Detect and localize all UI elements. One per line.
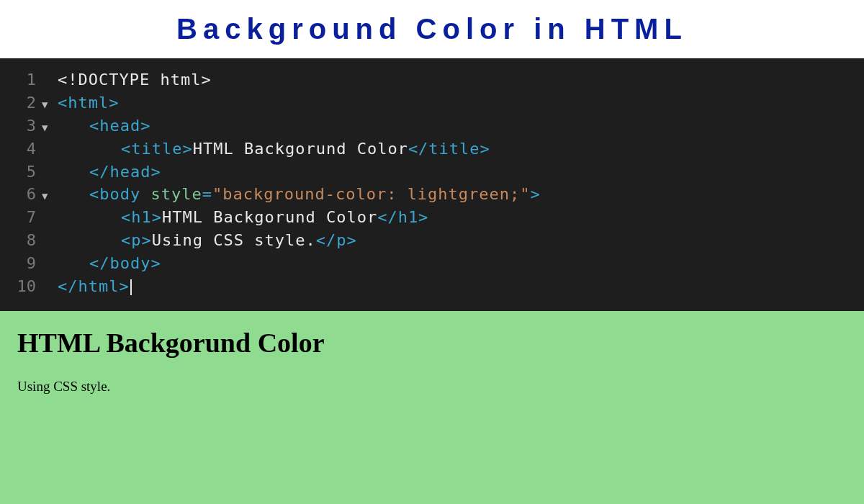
code-line[interactable]: 2▼<html> (0, 91, 864, 114)
code-content: <p>Using CSS style.</p> (58, 229, 357, 252)
code-line[interactable]: 6▼<body style="background-color: lightgr… (0, 183, 864, 206)
text-cursor (130, 279, 132, 295)
line-number: 9 (7, 252, 42, 275)
code-line[interactable]: 3▼<head> (0, 114, 864, 138)
code-line[interactable]: 5</head> (0, 161, 864, 184)
code-line[interactable]: 7<h1>HTML Backgorund Color</h1> (0, 206, 864, 229)
line-number: 1 (7, 68, 42, 91)
line-number: 2 (7, 91, 42, 114)
code-content: <title>HTML Backgorund Color</title> (58, 138, 490, 161)
preview-heading: HTML Backgorund Color (17, 327, 847, 359)
code-content: </head> (58, 161, 161, 184)
page-title: Background Color in HTML (0, 13, 864, 45)
code-content: <!DOCTYPE html> (58, 68, 212, 91)
code-line[interactable]: 1<!DOCTYPE html> (0, 68, 864, 91)
code-content: </body> (58, 252, 161, 275)
line-number: 4 (7, 138, 42, 161)
code-line[interactable]: 4<title>HTML Backgorund Color</title> (0, 138, 864, 161)
code-content: <head> (58, 114, 150, 138)
code-line[interactable]: 10</html> (0, 275, 864, 298)
preview-paragraph: Using CSS style. (17, 379, 847, 395)
code-content: <body style="background-color: lightgree… (58, 183, 541, 206)
fold-icon[interactable]: ▼ (42, 189, 58, 203)
line-number: 6 (7, 183, 42, 206)
preview-pane: HTML Backgorund Color Using CSS style. (0, 311, 864, 504)
code-content: <h1>HTML Backgorund Color</h1> (58, 206, 428, 229)
line-number: 3 (7, 114, 42, 138)
code-line[interactable]: 9</body> (0, 252, 864, 275)
code-content: <html> (58, 91, 119, 114)
line-number: 7 (7, 206, 42, 229)
code-line[interactable]: 8<p>Using CSS style.</p> (0, 229, 864, 252)
line-number: 8 (7, 229, 42, 252)
page-header: Background Color in HTML (0, 0, 864, 58)
line-number: 10 (7, 275, 42, 298)
fold-icon[interactable]: ▼ (42, 97, 58, 112)
fold-icon[interactable]: ▼ (42, 120, 58, 135)
code-content: </html> (58, 275, 132, 298)
code-editor[interactable]: 1<!DOCTYPE html>2▼<html>3▼<head>4<title>… (0, 58, 864, 311)
line-number: 5 (7, 161, 42, 184)
